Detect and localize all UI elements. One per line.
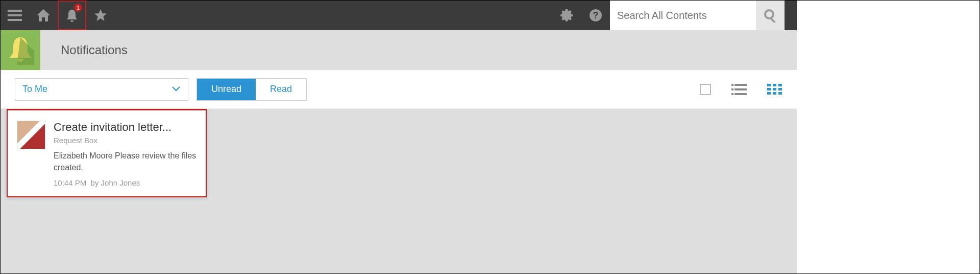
svg-rect-20: [773, 92, 776, 95]
svg-rect-1: [8, 14, 22, 16]
svg-rect-9: [731, 88, 733, 90]
content-area: Create invitation letter... Request Box …: [1, 109, 797, 273]
svg-rect-6: [770, 18, 776, 22]
menu-button[interactable]: [1, 1, 29, 30]
svg-rect-18: [778, 88, 782, 90]
svg-rect-12: [734, 93, 747, 95]
card-time: 10:44 PM: [54, 178, 86, 187]
help-button[interactable]: ?: [581, 1, 610, 30]
notification-badge: 1: [74, 4, 82, 12]
svg-rect-2: [8, 19, 22, 21]
search-icon: [763, 8, 777, 22]
filter-dropdown[interactable]: To Me: [15, 78, 188, 101]
svg-rect-11: [731, 93, 733, 95]
search-input[interactable]: [610, 1, 756, 30]
page-header: Notifications: [1, 30, 797, 70]
search-wrap: [610, 1, 785, 30]
svg-rect-16: [767, 88, 771, 90]
card-subtitle: Request Box: [54, 136, 197, 145]
bell-large-icon: [7, 35, 34, 65]
card-message: Elizabeth Moore Please review the files …: [54, 150, 197, 173]
svg-rect-17: [773, 88, 776, 90]
top-navbar: 1 ?: [1, 1, 797, 30]
grid-view-icon: [767, 84, 782, 95]
notification-card[interactable]: Create invitation letter... Request Box …: [7, 109, 207, 197]
card-meta: 10:44 PM by John Jones: [54, 178, 197, 187]
home-button[interactable]: [29, 1, 58, 30]
star-icon: [93, 8, 108, 22]
favorites-button[interactable]: [86, 1, 115, 30]
read-filter-segment: Unread Read: [197, 78, 307, 101]
filter-dropdown-label: To Me: [22, 84, 47, 95]
gear-icon: [560, 8, 574, 22]
svg-rect-10: [734, 88, 747, 90]
select-all-checkbox[interactable]: [700, 84, 711, 95]
svg-rect-7: [731, 84, 733, 86]
avatar: [17, 121, 45, 149]
card-by-prefix: by: [91, 178, 99, 187]
settings-button[interactable]: [553, 1, 581, 30]
tab-unread[interactable]: Unread: [197, 79, 256, 100]
notifications-button[interactable]: 1: [58, 1, 86, 30]
home-icon: [36, 8, 51, 22]
svg-rect-13: [767, 84, 771, 86]
page-header-icon-box: [1, 30, 40, 70]
list-view-icon: [731, 84, 747, 95]
chevron-down-icon: [172, 84, 181, 95]
filter-bar: To Me Unread Read: [1, 70, 797, 109]
svg-rect-8: [734, 84, 747, 86]
view-list-button[interactable]: [731, 84, 747, 95]
help-icon: ?: [589, 8, 603, 22]
svg-rect-0: [8, 10, 22, 12]
card-author: John Jones: [101, 178, 140, 187]
svg-point-5: [765, 10, 773, 18]
hamburger-icon: [8, 10, 22, 21]
svg-rect-14: [773, 84, 776, 86]
svg-rect-15: [778, 84, 782, 86]
search-button[interactable]: [756, 1, 785, 30]
svg-rect-19: [767, 92, 771, 95]
svg-text:?: ?: [593, 10, 599, 20]
page-title: Notifications: [61, 43, 128, 57]
tab-read[interactable]: Read: [256, 79, 306, 100]
topbar-spacer: [785, 1, 797, 30]
svg-rect-21: [778, 92, 782, 95]
view-grid-button[interactable]: [767, 84, 782, 95]
card-title: Create invitation letter...: [54, 121, 197, 134]
